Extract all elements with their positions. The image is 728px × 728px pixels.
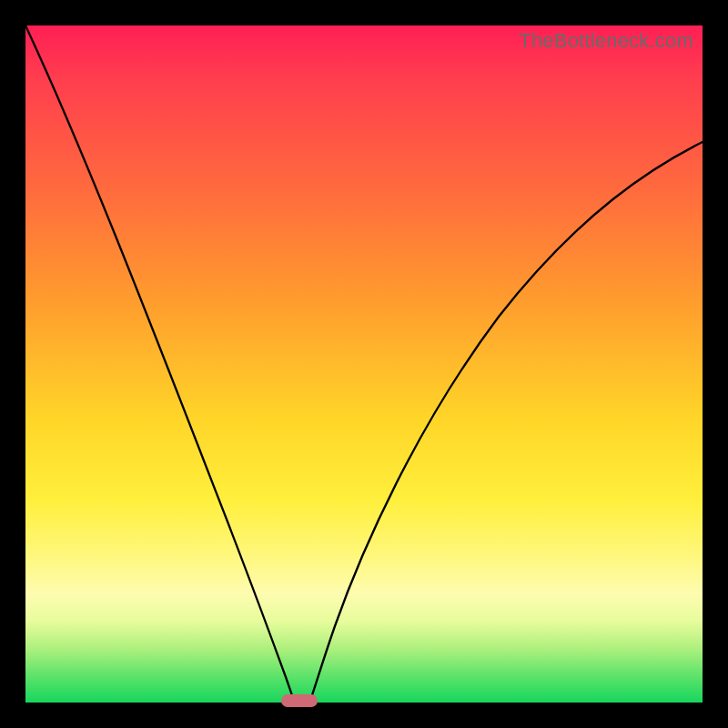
cusp-marker [281,694,318,707]
curve-right-branch [309,142,703,703]
curve-left-branch [25,25,295,703]
bottleneck-curve [25,25,703,703]
chart-frame: TheBottleneck.com [0,0,728,728]
plot-area: TheBottleneck.com [25,25,703,703]
